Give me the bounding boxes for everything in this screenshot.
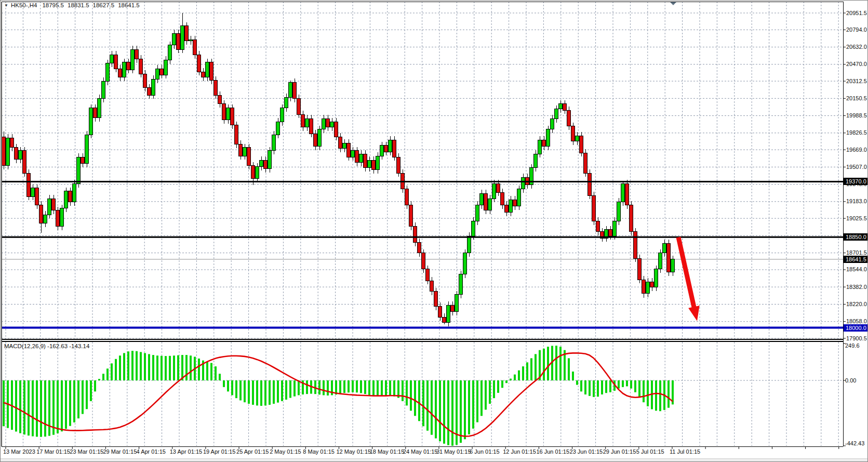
macd-histogram-bar <box>576 380 578 385</box>
macd-histogram-bar <box>389 380 391 395</box>
macd-histogram-bar <box>622 380 624 387</box>
macd-histogram-bar <box>406 380 408 405</box>
macd-histogram-bar <box>480 380 483 416</box>
candle-body <box>413 227 417 243</box>
candle-body <box>218 95 222 103</box>
candle-body <box>655 269 658 287</box>
candle-body <box>509 200 513 213</box>
price-axis-label: 20632.0 <box>846 44 868 50</box>
macd-histogram-bar <box>219 374 221 380</box>
candle-body <box>513 200 517 206</box>
macd-histogram-bar <box>181 355 183 380</box>
candle-body <box>69 191 72 202</box>
time-axis-label: 17 Mar 01:15 <box>36 448 70 455</box>
macd-histogram-bar <box>36 380 38 437</box>
macd-histogram-bar <box>460 380 462 443</box>
time-axis-label: 23 Mar 01:15 <box>70 448 103 455</box>
candle-body <box>172 33 176 45</box>
macd-histogram-bar <box>239 380 242 400</box>
candle-body <box>347 143 351 157</box>
macd-histogram-bar <box>48 380 50 436</box>
candle-body <box>23 151 26 173</box>
candle-body <box>285 97 288 108</box>
time-axis-label: 2 May 01:15 <box>270 448 301 455</box>
time-axis-label: 16 Jun 01:15 <box>536 448 569 455</box>
time-axis-label: 11 Jul 01:15 <box>670 448 700 455</box>
candle-body <box>497 184 500 192</box>
chart-window: ▼ HK50-,H4 18795.5 18831.5 18627.5 18641… <box>0 0 868 462</box>
candle-body <box>135 49 139 59</box>
macd-histogram-bar <box>630 380 632 389</box>
macd-histogram-bar <box>260 380 262 406</box>
down-arrow-head <box>688 306 699 321</box>
candle-body <box>455 295 459 312</box>
time-axis-label: 31 May 01:15 <box>436 448 471 455</box>
macd-histogram-bar <box>23 380 25 434</box>
macd-histogram-bar <box>377 380 379 396</box>
macd-histogram-bar <box>111 363 113 380</box>
candle-body <box>522 177 525 189</box>
candle-body <box>517 189 521 206</box>
macd-histogram-bar <box>273 380 275 404</box>
macd-histogram-bar <box>468 380 470 434</box>
macd-histogram-bar <box>364 380 366 394</box>
candle-body <box>276 122 280 135</box>
macd-histogram-bar <box>530 358 532 380</box>
macd-histogram-bar <box>501 380 503 388</box>
candle-body <box>185 26 189 41</box>
ohlc-low: 18627.5 <box>93 2 115 8</box>
candle-body <box>152 80 155 96</box>
candle-body <box>364 154 367 168</box>
time-axis-label: 6 Jun 01:15 <box>470 448 500 455</box>
macd-histogram-bar <box>431 380 433 435</box>
macd-histogram-bar <box>244 380 246 402</box>
candle-body <box>551 118 554 129</box>
candle-body <box>181 26 184 49</box>
candle-body <box>389 140 392 152</box>
macd-axis-label: 249.6 <box>845 342 868 349</box>
candle-body <box>476 205 479 221</box>
macd-histogram-bar <box>647 380 649 406</box>
candle-body <box>397 157 400 173</box>
candle-body <box>89 108 93 135</box>
macd-histogram-bar <box>131 351 133 380</box>
candle-body <box>546 129 550 147</box>
macd-histogram-bar <box>543 349 545 380</box>
candle-body <box>596 221 600 232</box>
candle-body <box>571 126 575 141</box>
candle-body <box>351 151 355 157</box>
macd-histogram-bar <box>90 380 92 401</box>
macd-histogram-bar <box>435 380 437 439</box>
candle-body <box>621 184 625 202</box>
price-axis-label: 20150.5 <box>846 95 868 102</box>
macd-histogram-bar <box>626 380 628 386</box>
candle-body <box>164 60 168 75</box>
macd-histogram-bar <box>510 379 512 380</box>
time-axis-label: 12 Jun 01:15 <box>503 448 536 455</box>
candle-body <box>372 160 376 169</box>
chart-canvas[interactable] <box>1 1 868 462</box>
candle-body <box>239 144 243 156</box>
symbol-dropdown-icon[interactable]: ▼ <box>4 3 8 8</box>
candle-body <box>260 160 263 166</box>
macd-histogram-bar <box>518 371 520 380</box>
macd-histogram-bar <box>140 352 142 380</box>
candle-body <box>35 188 39 205</box>
candle-body <box>77 157 81 183</box>
macd-histogram-bar <box>327 380 329 395</box>
macd-histogram-bar <box>210 363 212 380</box>
macd-histogram-bar <box>643 380 645 402</box>
candle-body <box>235 125 238 144</box>
candle-body <box>542 140 546 146</box>
macd-histogram-bar <box>514 375 516 380</box>
macd-histogram-bar <box>73 380 75 423</box>
macd-histogram-bar <box>256 380 258 405</box>
macd-histogram-bar <box>385 380 387 396</box>
candle-body <box>177 33 180 49</box>
down-arrow-annotation[interactable] <box>678 237 695 310</box>
macd-histogram-bar <box>522 366 524 380</box>
macd-histogram-bar <box>472 380 474 429</box>
candle-body <box>6 138 10 165</box>
candle-body <box>2 137 6 165</box>
window-bottom-edge <box>1 458 868 462</box>
